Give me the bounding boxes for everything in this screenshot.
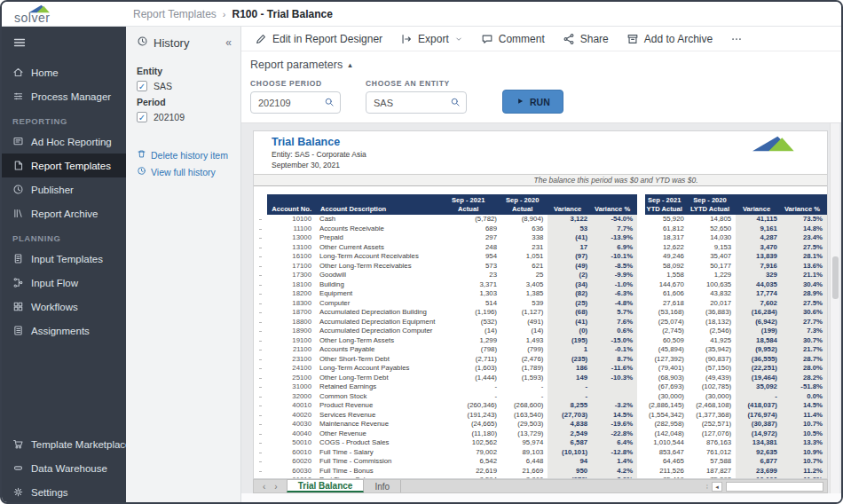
- row-marker[interactable]: [254, 262, 267, 272]
- row-marker[interactable]: [254, 364, 267, 374]
- assignments-icon: [12, 325, 24, 336]
- row-marker[interactable]: [254, 271, 267, 280]
- search-icon[interactable]: [450, 97, 461, 107]
- table-row: 13000Prepaid297338(41)-13.9%18,31714,030…: [254, 233, 827, 243]
- entity-checkbox[interactable]: ✓: [137, 81, 147, 91]
- edit-in-report-designer-button[interactable]: Edit in Report Designer: [255, 33, 382, 45]
- export-button[interactable]: Export: [400, 33, 463, 45]
- sidebar-item-settings[interactable]: Settings: [2, 480, 126, 504]
- collapse-panel-icon[interactable]: «: [225, 36, 232, 49]
- sidebar-item-input-flow[interactable]: Input Flow: [2, 271, 126, 295]
- solver-logo[interactable]: solver: [2, 4, 126, 24]
- comment-button[interactable]: Comment: [481, 33, 545, 45]
- period-checkbox[interactable]: ✓: [137, 112, 147, 122]
- row-marker[interactable]: [254, 318, 267, 327]
- vertical-scrollbar[interactable]: [830, 123, 839, 493]
- hamburger-menu-icon[interactable]: [2, 32, 126, 60]
- table-row: 23100Other Short-Term Debt(2,711)(2,476)…: [254, 355, 827, 365]
- sidebar-item-template-marketplace[interactable]: Template Marketplace: [2, 432, 126, 456]
- delete-history-link[interactable]: Delete history item: [137, 149, 230, 161]
- sidebar-item-ad-hoc-reporting[interactable]: Ad Hoc Reporting: [2, 130, 126, 154]
- logo-text: solver: [14, 12, 50, 24]
- sidebar-item-label: Settings: [31, 487, 68, 498]
- sidebar-item-process-manager[interactable]: Process Manager: [2, 84, 126, 108]
- entity-value: SAS: [154, 81, 172, 91]
- report-viewport: Trial Balance Entity: SAS - Corporate As…: [241, 122, 841, 504]
- sidebar-item-home[interactable]: Home: [2, 60, 126, 84]
- bottom-strip: [241, 493, 841, 504]
- export-icon: [400, 33, 413, 45]
- sidebar-item-assignments[interactable]: Assignments: [2, 319, 126, 343]
- history-clock-icon: [137, 35, 148, 50]
- row-marker[interactable]: [254, 467, 267, 476]
- row-marker[interactable]: [254, 457, 267, 467]
- sidebar-item-label: Process Manager: [31, 91, 111, 102]
- row-marker[interactable]: [254, 374, 267, 383]
- table-row: 19100Other Long-Term Assets1,2991,493(19…: [254, 336, 827, 346]
- sidebar-item-data-warehouse[interactable]: Data Warehouse: [2, 456, 126, 480]
- row-marker[interactable]: [254, 243, 267, 253]
- trial-balance-table: Account No.Account DescriptionSep - 2021…: [254, 194, 827, 479]
- sheet-tab-info[interactable]: Info: [364, 480, 401, 492]
- breadcrumb-parent[interactable]: Report Templates: [133, 8, 217, 20]
- view-full-history-link[interactable]: View full history: [137, 166, 230, 177]
- sidebar-item-workflows[interactable]: Workflows: [2, 295, 126, 319]
- table-row: 18800Accumulated Depreciation Equipment(…: [254, 318, 827, 327]
- row-marker[interactable]: [254, 401, 267, 411]
- hscroll-left-button[interactable]: ◂: [712, 482, 722, 492]
- sidebar-item-report-templates[interactable]: Report Templates: [2, 154, 126, 177]
- row-marker[interactable]: [254, 438, 267, 448]
- vertical-scrollbar-thumb[interactable]: [832, 256, 839, 299]
- row-marker[interactable]: [254, 289, 267, 299]
- sidebar-items: HomeProcess ManagerREPORTINGAd Hoc Repor…: [2, 60, 126, 504]
- row-marker[interactable]: [254, 224, 267, 234]
- search-icon[interactable]: [324, 97, 335, 107]
- row-marker[interactable]: [254, 448, 267, 458]
- sheet-nav-prev-icon[interactable]: ‹: [263, 482, 265, 492]
- choose-entity-label: CHOOSE AN ENTITY: [366, 79, 467, 88]
- app-window: solver Report Templates › R100 - Trial B…: [0, 0, 843, 504]
- more-options-button[interactable]: [730, 33, 743, 45]
- share-icon: [563, 33, 575, 45]
- table-row: 60020Full Time - Commission6,5426,448941…: [254, 457, 827, 467]
- table-row: 60030Full Time - Bonus22,61921,6699504.2…: [254, 467, 827, 476]
- row-marker[interactable]: [254, 392, 267, 402]
- sidebar-item-publisher[interactable]: Publisher: [2, 177, 126, 201]
- choose-period-label: CHOOSE PERIOD: [250, 79, 341, 88]
- row-marker[interactable]: [254, 299, 267, 309]
- table-row: 25100Other Long-Term Debt(1,444)(1,593)1…: [254, 374, 827, 383]
- row-marker[interactable]: [254, 411, 267, 421]
- row-marker[interactable]: [254, 382, 267, 392]
- column-header: Variance %: [592, 194, 637, 215]
- row-marker[interactable]: [254, 345, 267, 355]
- column-header: Variance: [736, 194, 782, 215]
- sidebar-section-planning: PLANNING: [2, 225, 126, 247]
- add-to-archive-button[interactable]: Add to Archive: [626, 33, 713, 45]
- table-row: 17300Goodwill2325(2)-9.9%1,5581,22932921…: [254, 271, 827, 280]
- share-button[interactable]: Share: [563, 33, 609, 45]
- sidebar-item-label: Report Archive: [31, 209, 98, 219]
- row-marker[interactable]: [254, 280, 267, 290]
- sheet-tab-trial-balance[interactable]: Trial Balance: [287, 479, 365, 492]
- report-toolbar: Edit in Report DesignerExportCommentShar…: [241, 27, 841, 51]
- publisher-clock-icon: [12, 184, 24, 195]
- row-marker[interactable]: [254, 233, 267, 243]
- row-marker[interactable]: [254, 252, 267, 262]
- sidebar-item-input-templates[interactable]: Input Templates: [2, 247, 126, 271]
- row-marker[interactable]: [254, 420, 267, 429]
- report-parameters-toggle[interactable]: Report parameters ▴: [250, 59, 841, 71]
- sidebar-item-report-archive[interactable]: Report Archive: [2, 201, 126, 225]
- horizontal-scrollbar[interactable]: [726, 482, 823, 492]
- row-marker[interactable]: [254, 429, 267, 439]
- run-button[interactable]: RUN: [502, 90, 563, 114]
- sidebar-item-label: Data Warehouse: [31, 463, 107, 474]
- row-marker[interactable]: [254, 215, 267, 224]
- history-icon: [137, 166, 146, 177]
- row-marker[interactable]: [254, 336, 267, 346]
- row-marker[interactable]: [254, 308, 267, 318]
- workflows-icon: [12, 301, 24, 312]
- row-marker[interactable]: [254, 327, 267, 336]
- table-row: 17100Other Long-Term Receivables573621(4…: [254, 262, 827, 272]
- sheet-nav-next-icon[interactable]: ›: [274, 482, 277, 492]
- row-marker[interactable]: [254, 355, 267, 365]
